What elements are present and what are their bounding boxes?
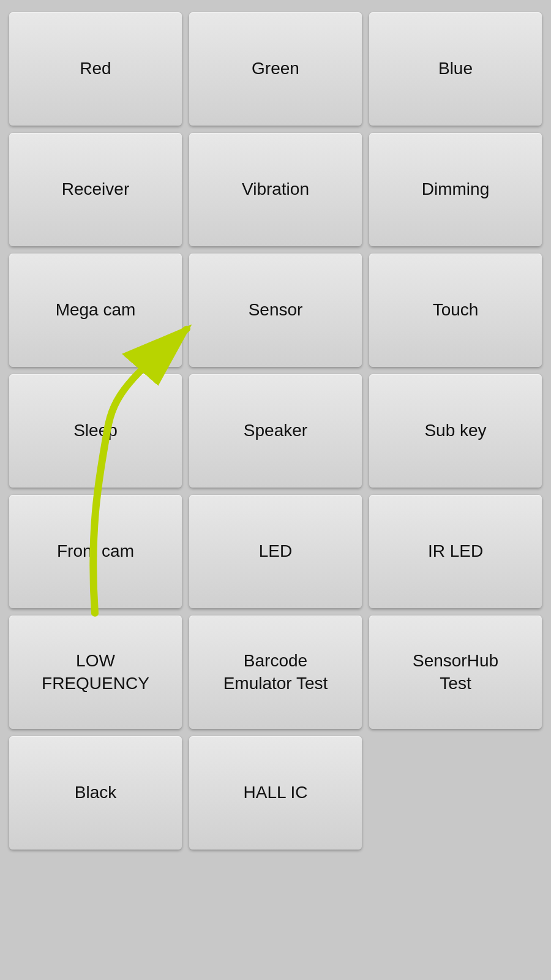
touch-button[interactable]: Touch	[369, 254, 542, 367]
button-grid: Red Green Blue Receiver Vibration Dimmin…	[9, 12, 542, 850]
low-frequency-button[interactable]: LOW FREQUENCY	[9, 616, 182, 729]
receiver-button[interactable]: Receiver	[9, 133, 182, 246]
black-button[interactable]: Black	[9, 736, 182, 850]
dimming-button[interactable]: Dimming	[369, 133, 542, 246]
sensor-button[interactable]: Sensor	[189, 254, 362, 367]
ir-led-button[interactable]: IR LED	[369, 495, 542, 608]
mega-cam-button[interactable]: Mega cam	[9, 254, 182, 367]
sub-key-button[interactable]: Sub key	[369, 374, 542, 488]
vibration-button[interactable]: Vibration	[189, 133, 362, 246]
front-cam-button[interactable]: Front cam	[9, 495, 182, 608]
led-button[interactable]: LED	[189, 495, 362, 608]
speaker-button[interactable]: Speaker	[189, 374, 362, 488]
blue-button[interactable]: Blue	[369, 12, 542, 126]
hall-ic-button[interactable]: HALL IC	[189, 736, 362, 850]
red-button[interactable]: Red	[9, 12, 182, 126]
green-button[interactable]: Green	[189, 12, 362, 126]
sensorhub-test-button[interactable]: SensorHub Test	[369, 616, 542, 729]
sleep-button[interactable]: Sleep	[9, 374, 182, 488]
barcode-emulator-test-button[interactable]: Barcode Emulator Test	[189, 616, 362, 729]
